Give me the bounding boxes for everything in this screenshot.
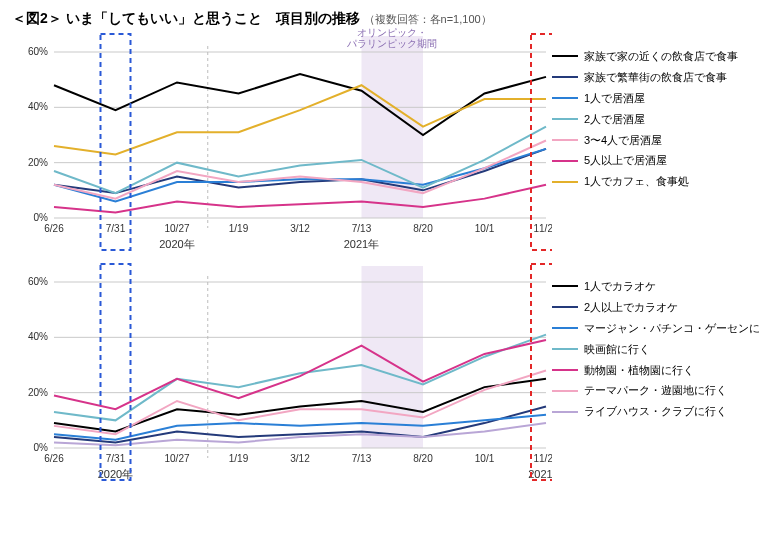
svg-text:オリンピック・: オリンピック・ [357,28,427,38]
legend-item: 家族で家の近くの飲食店で食事 [552,46,738,67]
svg-text:11/26: 11/26 [533,453,552,464]
svg-text:7/13: 7/13 [352,223,372,234]
figure-number: ＜図2＞ [12,10,62,26]
svg-text:1/19: 1/19 [229,223,249,234]
legend-item: ライブハウス・クラブに行く [552,401,760,422]
legend-item: マージャン・パチンコ・ゲーセンに行く [552,318,760,339]
svg-text:6/26: 6/26 [44,453,64,464]
svg-text:10/1: 10/1 [475,453,495,464]
legend-item: 2人以上でカラオケ [552,297,760,318]
legend-item: テーマパーク・遊園地に行く [552,380,760,401]
legend-item: 1人でカフェ、食事処 [552,171,738,192]
svg-text:8/20: 8/20 [413,453,433,464]
svg-text:40%: 40% [28,101,48,112]
legend-item: 1人で居酒屋 [552,88,738,109]
svg-text:2020年: 2020年 [159,238,194,250]
svg-text:10/27: 10/27 [164,453,189,464]
svg-text:7/31: 7/31 [106,453,126,464]
svg-text:7/31: 7/31 [106,223,126,234]
legend-item: 家族で繁華街の飲食店で食事 [552,67,738,88]
svg-text:60%: 60% [28,276,48,287]
svg-text:60%: 60% [28,46,48,57]
legend-item: 1人でカラオケ [552,276,760,297]
svg-text:8/20: 8/20 [413,223,433,234]
svg-rect-25 [362,266,424,448]
svg-text:パラリンピック期間: パラリンピック期間 [346,38,437,49]
legend-item: 3〜4人で居酒屋 [552,130,738,151]
svg-text:11/26: 11/26 [533,223,552,234]
legend-item: 2人で居酒屋 [552,109,738,130]
svg-text:3/12: 3/12 [290,223,310,234]
figure-title: いま「してもいい」と思うこと 項目別の推移 [66,10,360,26]
svg-text:2020年: 2020年 [98,468,133,480]
legend-item: 5人以上で居酒屋 [552,150,738,171]
svg-text:20%: 20% [28,157,48,168]
svg-text:0%: 0% [34,442,49,453]
svg-text:1/19: 1/19 [229,453,249,464]
legend-item: 動物園・植物園に行く [552,360,760,381]
svg-text:20%: 20% [28,387,48,398]
svg-text:10/1: 10/1 [475,223,495,234]
svg-text:2021年: 2021年 [344,238,379,250]
svg-text:40%: 40% [28,331,48,342]
svg-text:3/12: 3/12 [290,453,310,464]
svg-text:10/27: 10/27 [164,223,189,234]
figure-note: （複数回答：各n=1,100） [364,13,492,25]
svg-text:6/26: 6/26 [44,223,64,234]
svg-text:7/13: 7/13 [352,453,372,464]
legend-item: 映画館に行く [552,339,760,360]
svg-text:0%: 0% [34,212,49,223]
